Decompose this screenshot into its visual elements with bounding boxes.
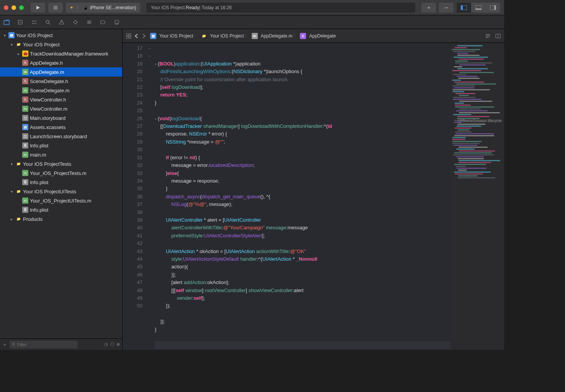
line-gutter: 1718192021222324252627282930313233343536… — [123, 43, 146, 350]
tree-row[interactable]: ◫ Main.storyboard — [0, 113, 122, 122]
disclosure-triangle[interactable]: ▾ — [9, 42, 14, 47]
tree-row[interactable]: ◫ LaunchScreen.storyboard — [0, 132, 122, 141]
stop-button[interactable] — [48, 3, 63, 13]
scheme-label: iPhone SE...eneration) — [90, 5, 136, 10]
jump-bar-segment[interactable]: ▤Your iOS Project — [149, 33, 193, 39]
disclosure-triangle[interactable]: ▾ — [9, 189, 14, 194]
filter-input[interactable] — [10, 341, 78, 348]
add-file-icon[interactable]: ＋ — [2, 341, 7, 348]
find-navigator-icon[interactable] — [44, 18, 52, 26]
tree-row[interactable]: h SceneDelegate.h — [0, 77, 122, 86]
toggle-navigator-button[interactable] — [457, 3, 471, 13]
tree-row[interactable]: ▾ 📁 Your iOS ProjectUITests — [0, 187, 122, 196]
tree-row[interactable]: h AppDelegate.h — [0, 58, 122, 67]
tree-item-label: Your iOS Project — [23, 42, 60, 47]
run-button[interactable] — [31, 3, 45, 13]
clock-filter-icon[interactable]: ◷ — [104, 342, 108, 347]
tree-row[interactable]: m AppDelegate.m — [0, 67, 122, 77]
tree-row[interactable]: ≣ Info.plist — [0, 178, 122, 187]
tree-row[interactable]: m Your_iOS_ProjectTests.m — [0, 168, 122, 178]
folder-icon: 📁 — [15, 216, 21, 222]
code-review-button[interactable]: ↔ — [439, 3, 454, 13]
tree-item-label: SceneDelegate.m — [30, 88, 69, 93]
navigator-tabbar — [0, 15, 504, 29]
svg-rect-25 — [129, 36, 131, 38]
svg-rect-7 — [4, 21, 9, 24]
tree-row[interactable]: ▾ 📁 Your iOS ProjectTests — [0, 159, 122, 168]
zoom-window-button[interactable] — [19, 5, 24, 10]
tree-row[interactable]: ≣ Info.plist — [0, 141, 122, 150]
svg-point-11 — [33, 23, 34, 24]
debug-navigator-icon[interactable] — [85, 18, 93, 26]
status-time: | Today at 16:26 — [199, 5, 232, 10]
m-icon: m — [22, 69, 28, 75]
activity-status[interactable]: Your iOS Project: Ready | Today at 16:26 — [146, 3, 415, 13]
close-window-button[interactable] — [4, 5, 8, 10]
tree-row[interactable]: m main.m — [0, 150, 122, 159]
source-control-navigator-icon[interactable] — [16, 18, 25, 26]
tree-item-label: Info.plist — [30, 207, 48, 213]
tree-item-label: LaunchScreen.storyboard — [30, 134, 87, 139]
issue-navigator-icon[interactable] — [57, 18, 66, 26]
minimap[interactable]: UISceneSession lifecycle — [450, 43, 504, 350]
code-editor[interactable]: 1718192021222324252627282930313233343536… — [123, 43, 504, 350]
plist-icon: ≣ — [22, 142, 28, 149]
tree-item-label: Your iOS ProjectTests — [23, 161, 71, 167]
disclosure-triangle[interactable]: ▸ — [16, 52, 21, 56]
window-toolbar: ✦ 〉 📱 iPhone SE...eneration) Your iOS Pr… — [0, 0, 504, 15]
report-navigator-icon[interactable] — [113, 18, 121, 26]
tree-row[interactable]: ▾ 📁 Your iOS Project — [0, 40, 122, 49]
project-navigator-icon[interactable] — [2, 18, 11, 26]
editor-area: ▤Your iOS Project〉📁Your iOS Project〉mApp… — [123, 29, 504, 350]
status-state: Ready — [186, 5, 199, 10]
tree-item-label: Products — [23, 216, 43, 222]
adjust-editor-icon[interactable] — [495, 33, 501, 39]
tree-row[interactable]: ▸ 🧰 TrackDownloadManager.framework — [0, 49, 122, 58]
tree-item-label: ViewController.m — [30, 106, 67, 112]
disclosure-triangle[interactable]: ▾ — [2, 33, 7, 38]
tree-row[interactable]: m SceneDelegate.m — [0, 86, 122, 95]
tree-row[interactable]: m Your_iOS_ProjectUITests.m — [0, 196, 122, 205]
jump-bar-segment[interactable]: CAppDelegate — [298, 33, 336, 39]
tree-row[interactable]: m ViewController.m — [0, 104, 122, 113]
scheme-selector[interactable]: ✦ 〉 📱 iPhone SE...eneration) — [66, 3, 140, 13]
jump-bar-segment[interactable]: 📁Your iOS Project — [199, 33, 244, 39]
add-button[interactable]: ＋ — [421, 3, 436, 13]
svg-rect-0 — [54, 6, 57, 10]
code-content[interactable]: - (BOOL)application:(UIApplication *)app… — [153, 43, 450, 350]
fw-icon: 🧰 — [22, 51, 28, 57]
jump-bar-label: AppDelegate.m — [261, 33, 293, 39]
breakpoint-navigator-icon[interactable] — [99, 18, 107, 26]
svg-rect-24 — [126, 36, 128, 38]
tree-row[interactable]: h ViewController.h — [0, 95, 122, 104]
svg-point-10 — [33, 20, 34, 21]
tree-row[interactable]: ▦ Assets.xcassets — [0, 122, 122, 132]
editor-options-icon[interactable] — [485, 33, 491, 39]
tree-item-label: AppDelegate.m — [30, 69, 64, 75]
svg-rect-20 — [115, 20, 119, 23]
disclosure-triangle[interactable]: ▾ — [9, 162, 14, 166]
folder-icon: 📁 — [15, 188, 21, 194]
back-button[interactable] — [133, 33, 139, 39]
test-navigator-icon[interactable] — [71, 18, 80, 26]
related-items-icon[interactable] — [126, 33, 132, 39]
toggle-debug-area-button[interactable] — [471, 3, 486, 13]
status-project: Your iOS Project: — [151, 5, 186, 10]
clear-filter-icon[interactable]: ⊗ — [116, 342, 120, 347]
file-tree[interactable]: ▾ ▤ Your iOS Project▾ 📁 Your iOS Project… — [0, 29, 122, 338]
toggle-inspector-button[interactable] — [486, 3, 500, 13]
tree-row[interactable]: ▸ 📁 Products — [0, 214, 122, 224]
svg-rect-6 — [494, 5, 496, 10]
proj-icon: ▤ — [150, 33, 156, 39]
forward-button[interactable] — [141, 33, 147, 39]
symbol-navigator-icon[interactable] — [30, 18, 38, 26]
svg-rect-22 — [126, 34, 128, 36]
scm-filter-icon[interactable]: ☐ — [110, 342, 114, 347]
disclosure-triangle[interactable]: ▸ — [9, 217, 14, 221]
fold-gutter[interactable]: –– — [146, 43, 153, 350]
jump-bar-segment[interactable]: mAppDelegate.m — [250, 33, 293, 39]
minimize-window-button[interactable] — [11, 5, 16, 10]
m-icon: m — [22, 106, 28, 112]
tree-row[interactable]: ≣ Info.plist — [0, 205, 122, 214]
tree-row[interactable]: ▾ ▤ Your iOS Project — [0, 31, 122, 40]
